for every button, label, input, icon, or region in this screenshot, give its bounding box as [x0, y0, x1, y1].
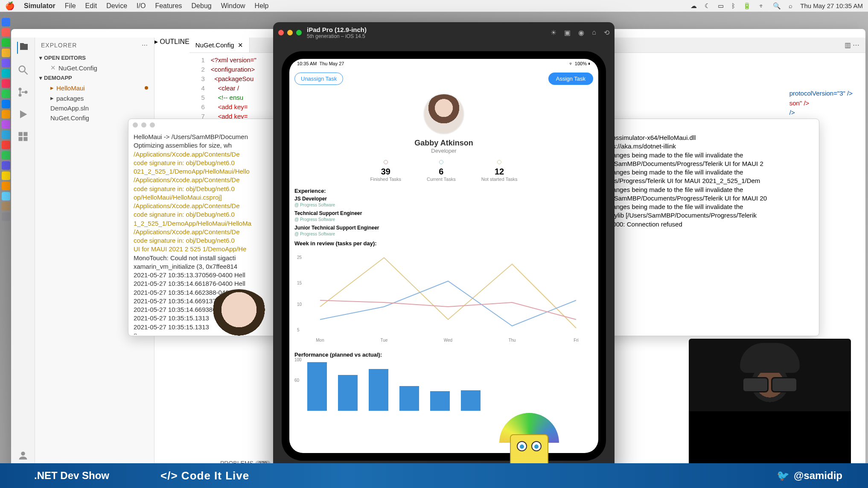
project-section[interactable]: ▾ DEMOAPP: [35, 73, 154, 83]
unassign-task-button[interactable]: Unassign Task: [294, 73, 343, 85]
traffic-min-icon[interactable]: [141, 122, 146, 128]
ipad-frame: 10:35 AM Thu May 27 ᯤ 100% ▮ Unassign Ta…: [282, 51, 606, 461]
assign-task-button[interactable]: Assign Task: [548, 73, 593, 85]
svg-rect-8: [18, 137, 22, 141]
twitter-icon: 🐦: [777, 470, 789, 482]
menubar-moon-icon[interactable]: ☾: [705, 2, 710, 10]
extensions-icon[interactable]: [17, 131, 29, 142]
menubar-display-icon[interactable]: ▭: [718, 2, 724, 10]
sim-home-icon[interactable]: ⌂: [592, 29, 596, 37]
stream-banner: .NET Dev Show </> Code It Live 🐦@samidip: [0, 463, 868, 488]
svg-point-4: [24, 91, 27, 94]
svg-text:10: 10: [297, 302, 302, 307]
debug-icon[interactable]: [17, 108, 29, 120]
menubar-control-center-icon[interactable]: ⌕: [789, 2, 792, 9]
menu-edit[interactable]: Edit: [85, 2, 97, 10]
svg-text:15: 15: [297, 281, 302, 285]
twitter-handle: @samidip: [794, 470, 842, 482]
sim-appearance-icon[interactable]: ☀︎: [551, 29, 556, 37]
activity-bar: [11, 38, 35, 488]
svg-text:Mon: Mon: [316, 338, 324, 343]
tree-file-sln[interactable]: DemoApp.sln: [35, 103, 154, 113]
face-sticker: [205, 289, 273, 357]
week-label: Week in review (tasks per day):: [294, 240, 593, 247]
sim-rotate-icon[interactable]: ⟲: [604, 29, 609, 37]
menubar-wifi-icon[interactable]: ᯤ: [759, 2, 765, 9]
svg-point-2: [18, 88, 21, 91]
svg-line-1: [24, 72, 27, 75]
apple-menu[interactable]: 🍎: [5, 1, 15, 11]
show-name: .NET Dev Show: [34, 470, 109, 482]
webcam-overlay: [689, 339, 851, 467]
menubar-bluetooth-icon[interactable]: ᛒ: [731, 2, 735, 9]
menu-device[interactable]: Device: [106, 2, 127, 10]
split-editor-icon[interactable]: ▥ ⋯: [839, 41, 865, 49]
sidebar-more-icon[interactable]: ⋯: [142, 42, 148, 49]
menu-debug[interactable]: Debug: [192, 2, 212, 10]
exp-item: Technical Support Engineer@ Progress Sof…: [294, 210, 593, 222]
code-fragment: protocolVersion="3" />: [789, 89, 853, 99]
menubar-clock[interactable]: Thu May 27 10:35 AM: [800, 2, 863, 9]
profile-name: Gabby Atkinson: [294, 139, 593, 148]
menu-io[interactable]: I/O: [137, 2, 146, 10]
sim-screenshot-icon[interactable]: ▣: [564, 29, 571, 37]
simulator-window: iPad Pro (12.9-inch) 5th generation – iO…: [273, 22, 615, 474]
tree-folder-packages[interactable]: ▸ packages: [35, 93, 154, 103]
exp-item: JS Developer@ Progress Software: [294, 196, 593, 208]
close-icon[interactable]: ✕: [50, 64, 56, 72]
account-icon[interactable]: [17, 450, 29, 462]
traffic-max-icon[interactable]: [150, 122, 155, 128]
svg-point-0: [19, 66, 25, 72]
bar-chart: 100 60: [294, 360, 593, 411]
svg-point-3: [18, 94, 21, 97]
experience-label: Experience:: [294, 188, 593, 194]
explorer-title: EXPLORER: [41, 42, 77, 49]
menubar-cloud-icon[interactable]: ☁︎: [690, 2, 697, 10]
svg-rect-7: [23, 132, 27, 136]
mac-menubar: 🍎 Simulator File Edit Device I/O Feature…: [0, 0, 868, 12]
menu-file[interactable]: File: [65, 2, 76, 10]
tab-label: NuGet.Config: [195, 41, 234, 49]
traffic-close-icon[interactable]: [133, 122, 138, 128]
sim-max-icon[interactable]: [296, 30, 302, 35]
svg-rect-9: [23, 137, 27, 141]
tree-folder-hellomaui[interactable]: ▸ HelloMaui: [35, 83, 154, 93]
menu-features[interactable]: Features: [155, 2, 182, 10]
stat-current: 6Current Tasks: [427, 160, 456, 182]
exp-item: Junior Technical Support Engineer@ Progr…: [294, 225, 593, 237]
sim-min-icon[interactable]: [287, 30, 293, 35]
app-name[interactable]: Simulator: [24, 2, 55, 10]
svg-point-10: [21, 452, 25, 456]
close-tab-icon[interactable]: ✕: [238, 41, 243, 49]
svg-text:Wed: Wed: [444, 338, 452, 343]
source-control-icon[interactable]: [17, 86, 29, 98]
mac-dock: [0, 16, 12, 223]
menubar-battery-icon[interactable]: 🔋: [743, 2, 751, 10]
svg-text:5: 5: [297, 328, 300, 332]
perf-label: Performance (planned vs actual):: [294, 351, 593, 358]
open-editors-section[interactable]: ▾ OPEN EDITORS: [35, 53, 154, 63]
profile-role: Developer: [294, 148, 593, 154]
app-content: Unassign Task Assign Task Gabby Atkinson…: [289, 68, 598, 453]
svg-marker-5: [20, 110, 27, 119]
profile-avatar: [423, 93, 464, 134]
sim-close-icon[interactable]: [278, 30, 284, 35]
search-icon[interactable]: [17, 64, 29, 76]
tagline: Code It Live: [181, 469, 249, 482]
menubar-search-icon[interactable]: 🔍: [773, 2, 781, 10]
menu-help[interactable]: Help: [255, 2, 269, 10]
svg-text:25: 25: [297, 255, 302, 260]
explorer-icon[interactable]: [17, 42, 29, 54]
svg-rect-6: [18, 132, 22, 136]
menu-window[interactable]: Window: [221, 2, 245, 10]
open-editor-file[interactable]: ✕NuGet.Config: [35, 63, 154, 73]
ipad-statusbar: 10:35 AM Thu May 27 ᯤ 100% ▮: [289, 59, 598, 68]
svg-text:Tue: Tue: [381, 338, 388, 343]
file-label: NuGet.Config: [58, 64, 97, 72]
sim-record-icon[interactable]: ◉: [578, 29, 584, 37]
stat-notstarted: 12Not started Tasks: [481, 160, 518, 182]
editor-tab[interactable]: NuGet.Config✕: [189, 38, 250, 52]
sim-title: iPad Pro (12.9-inch): [307, 26, 367, 33]
line-chart: 25 15 10 5 Mon Tue Wed Thu Fri: [294, 249, 593, 347]
stat-finished: 39Finished Tasks: [370, 160, 402, 182]
